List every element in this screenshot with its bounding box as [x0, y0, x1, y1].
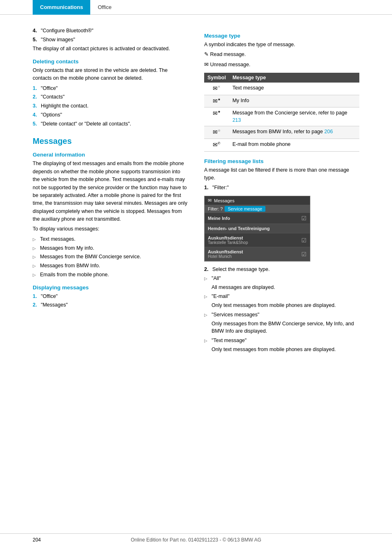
- bullet-arrow-icon: ▷: [33, 272, 38, 278]
- table-cell-symbol: ✉☆: [204, 126, 229, 139]
- tab-communications[interactable]: Communications: [33, 0, 90, 15]
- bullet-item-2: ▷Messages from My info.: [33, 244, 188, 252]
- unread-label: ✉ Unread message.: [204, 61, 359, 69]
- filter-step-2-num: 2.: [204, 266, 211, 273]
- displaying-step-text-1: "Office": [41, 293, 58, 300]
- bullet-arrow-icon: ▷: [33, 263, 38, 269]
- table-cell-symbol: ✉★: [204, 107, 229, 126]
- filtering-heading: Filtering message lists: [204, 158, 359, 164]
- general-info-heading: General information: [33, 152, 188, 158]
- filter-sub-label-4: "Text message": [212, 337, 247, 345]
- displaying-step-text-2: "Messages": [41, 301, 68, 309]
- screenshot-row-2: Hemden- und Textilreinigung: [205, 224, 310, 233]
- right-column: Message type A symbol indicates the type…: [204, 27, 359, 355]
- tab-office[interactable]: Office: [90, 0, 119, 15]
- page-ref-206: 206: [324, 129, 333, 134]
- screenshot-rows: Meine Info☑Hemden- und TextilreinigungAu…: [205, 213, 310, 261]
- delete-step-num-3: 3.: [33, 102, 39, 110]
- bullet-item-text-2: Messages from My info.: [40, 244, 94, 252]
- filter-sub-label-1: "All": [212, 275, 221, 282]
- screenshot-header-title: Messages: [214, 198, 234, 203]
- bullet-item-3: ▷Messages from the BMW Concierge service…: [33, 253, 188, 261]
- table-cell-type: Message from the Concierge service, refe…: [229, 107, 359, 126]
- delete-step-2: 2."Contacts": [33, 93, 188, 101]
- message-type-table: Symbol Message type ✉✕Text message✉★My I…: [204, 73, 359, 151]
- filter-sub-desc-2: Only text messages from mobile phones ar…: [212, 302, 359, 309]
- page-ref-213: 213: [232, 117, 241, 123]
- displaying-step-1: 1."Office": [33, 293, 188, 300]
- screenshot-header-icon: ✉: [208, 198, 212, 203]
- message-type-para: A symbol indicates the type of message.: [204, 41, 359, 49]
- filter-step-1: 1. "Filter:": [204, 184, 359, 192]
- filter-sub-label-3: "Services messages": [212, 311, 259, 319]
- table-cell-type: E-mail from mobile phone: [229, 139, 359, 151]
- delete-step-text-3: Highlight the contact.: [41, 102, 89, 110]
- table-cell-type: My Info: [229, 95, 359, 107]
- screenshot-row-icon-4: ☑: [301, 251, 307, 257]
- left-column: 4. "Configure Bluetooth®" 5. "Show image…: [33, 27, 188, 355]
- delete-step-num-5: 5.: [33, 120, 39, 128]
- filter-sub-items: ▷"All"All messages are displayed.▷"E-mai…: [204, 275, 359, 354]
- displaying-heading: Displaying messages: [33, 284, 188, 291]
- delete-step-1: 1."Office": [33, 85, 188, 92]
- delete-step-num-4: 4.: [33, 111, 39, 119]
- delete-step-5: 5."Delete contact" or "Delete all contac…: [33, 120, 188, 128]
- filter-sub-desc-4: Only text messages from mobile phones ar…: [212, 346, 359, 354]
- filter-bullet-arrow-icon: ▷: [204, 312, 209, 318]
- filter-step-2: 2. Select the message type.: [204, 266, 359, 273]
- screenshot-box: ✉ Messages Filter: ? Service message Mei…: [204, 196, 310, 262]
- delete-step-num-1: 1.: [33, 85, 39, 92]
- bullet-arrow-icon: ▷: [33, 254, 38, 260]
- table-header-symbol: Symbol: [204, 73, 229, 83]
- screenshot-row-title-1: Meine Info: [208, 216, 230, 221]
- screenshot-row-title-2: Hemden- und Textilreinigung: [208, 226, 270, 231]
- screenshot-row-sub-4: Hotel Munich: [208, 254, 243, 259]
- general-info-para2: To display various messages:: [33, 225, 188, 233]
- delete-step-text-4: "Options": [41, 111, 62, 119]
- filter-sub-label-2: "E-mail": [212, 293, 229, 300]
- delete-step-text-2: "Contacts": [41, 93, 65, 101]
- filter-label: Filter: ?: [208, 206, 223, 211]
- bullet-item-1: ▷Text messages.: [33, 235, 188, 243]
- step-5: 5. "Show images": [33, 36, 188, 44]
- table-cell-type: Messages from BMW Info, refer to page 20…: [229, 126, 359, 139]
- screenshot-row-4: AuskunftsdienstHotel Munich☑: [205, 247, 310, 261]
- unread-icon: ✉: [204, 62, 210, 67]
- filter-bullet-arrow-icon: ▷: [204, 275, 209, 282]
- screenshot-row-sub-3: Tankstelle Tank&Shop: [208, 240, 248, 245]
- filter-sub-item-2: ▷"E-mail": [204, 293, 359, 300]
- filter-step-1-num: 1.: [204, 184, 211, 192]
- step-4-num: 4.: [33, 27, 39, 35]
- delete-step-num-2: 2.: [33, 93, 39, 101]
- bullet-item-text-3: Messages from the BMW Concierge service.: [40, 253, 141, 261]
- displaying-steps: 1."Office"2."Messages": [33, 293, 188, 309]
- table-row: ✉✕Text message: [204, 83, 359, 95]
- step-4: 4. "Configure Bluetooth®": [33, 27, 188, 35]
- deleting-heading: Deleting contacts: [33, 58, 188, 65]
- table-row: ✉✆E-mail from mobile phone: [204, 139, 359, 151]
- step-5-num: 5.: [33, 36, 39, 44]
- delete-steps: 1."Office"2."Contacts"3.Highlight the co…: [33, 85, 188, 128]
- message-type-heading: Message type: [204, 33, 359, 39]
- screenshot-row-title-4: Auskunftsdienst: [208, 249, 243, 254]
- filter-sub-item-3: ▷"Services messages": [204, 311, 359, 319]
- step-5-text: "Show images": [41, 36, 75, 44]
- table-cell-symbol: ✉★: [204, 95, 229, 107]
- table-cell-symbol: ✉✕: [204, 83, 229, 95]
- bullet-item-5: ▷Emails from the mobile phone.: [33, 271, 188, 279]
- filter-step-1-text: "Filter:": [212, 184, 229, 192]
- displaying-step-2: 2."Messages": [33, 301, 188, 309]
- screenshot-row-title-3: Auskunftsdienst: [208, 235, 248, 240]
- table-row: ✉☆Messages from BMW Info, refer to page …: [204, 126, 359, 139]
- filter-badge: Service message: [225, 206, 265, 212]
- step-4-text: "Configure Bluetooth®": [41, 27, 94, 35]
- table-header-type: Message type: [229, 73, 359, 83]
- screenshot-filter-bar: Filter: ? Service message: [205, 205, 310, 213]
- deleting-para: Only contacts that are stored in the veh…: [33, 67, 188, 83]
- page-footer: Online Edition for Part no. 01402911223 …: [0, 533, 392, 543]
- filtering-para: A message list can be filtered if there …: [204, 166, 359, 182]
- messages-heading: Messages: [33, 137, 188, 146]
- filter-step-2-text: Select the message type.: [212, 266, 270, 273]
- table-row: ✉★Message from the Concierge service, re…: [204, 107, 359, 126]
- delete-step-text-5: "Delete contact" or "Delete all contacts…: [41, 120, 131, 128]
